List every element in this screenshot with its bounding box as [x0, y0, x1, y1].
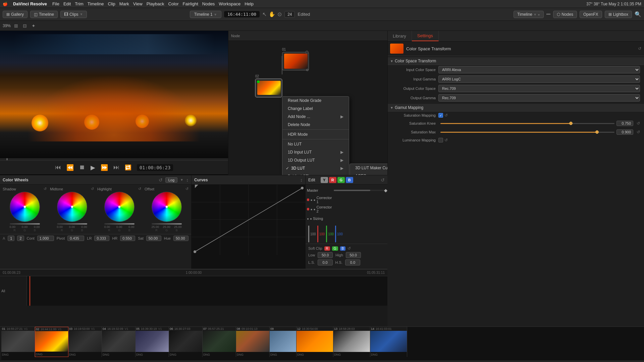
gm-section-header[interactable]: ▼ Gamut Mapping: [387, 104, 644, 112]
edit-reset-icon[interactable]: ↺: [381, 177, 385, 183]
ch-slider-g[interactable]: [326, 226, 327, 242]
curves-expand-icon[interactable]: ↕: [300, 177, 303, 183]
midtone-reset-icon[interactable]: ↺: [91, 187, 94, 191]
prev-frame-icon[interactable]: ⏪: [66, 164, 74, 171]
ctx-1d-output-lut[interactable]: 1D Output LUT▶: [282, 156, 349, 164]
openfx-button[interactable]: OpenFX: [580, 11, 602, 18]
ls-value[interactable]: 0.0: [318, 259, 333, 265]
saturation-max-thumb[interactable]: [595, 130, 599, 134]
menu-nodes[interactable]: Nodes: [202, 1, 215, 6]
clip-05[interactable]: 05 16:39:30:19 V1 DNG: [136, 327, 169, 357]
clip-01[interactable]: 01 16:55:27:21 V1 DNG: [1, 327, 35, 357]
go-end-icon[interactable]: ⏭: [113, 164, 119, 171]
menu-edit[interactable]: Edit: [63, 1, 71, 6]
luminance-mapping-checkbox[interactable]: [438, 138, 443, 142]
highlight-reset-icon[interactable]: ↺: [138, 187, 141, 191]
saturation-max-slider[interactable]: [440, 132, 614, 133]
clip-04[interactable]: 04 16:19:32:09 V1 DNG: [102, 327, 136, 357]
low-value[interactable]: 50.0: [318, 252, 333, 258]
panel-node-reset-icon[interactable]: ↺: [638, 46, 641, 51]
timeline-name-label[interactable]: Timeline 1 ▼: [190, 11, 221, 18]
wheels-expand-icon[interactable]: ↕: [186, 177, 189, 183]
menu-view[interactable]: View: [133, 1, 143, 6]
offset-reset-icon[interactable]: ↺: [185, 187, 189, 191]
tab-settings[interactable]: Settings: [412, 31, 439, 41]
ctx-add-node[interactable]: Add Node ...▶: [282, 113, 349, 121]
menu-workspace[interactable]: Workspace: [219, 1, 240, 6]
hr-value[interactable]: 0.550: [120, 236, 135, 241]
menu-clip[interactable]: Clip: [108, 1, 115, 6]
hand-tool-icon[interactable]: ✋: [269, 11, 275, 17]
master-track-bar[interactable]: [334, 190, 386, 191]
next-frame-icon[interactable]: ⏩: [101, 164, 108, 171]
hue-value[interactable]: 50.00: [173, 236, 189, 241]
midtone-bar[interactable]: [57, 223, 87, 225]
sat-value[interactable]: 50.00: [146, 236, 161, 241]
go-start-icon[interactable]: ⏮: [55, 164, 61, 171]
clip-09[interactable]: 09 DNG: [270, 327, 297, 357]
offset-color-wheel[interactable]: [152, 192, 182, 222]
search-icon[interactable]: 🔍: [635, 11, 641, 17]
shadow-bar[interactable]: [10, 223, 40, 225]
output-gamma-select[interactable]: Rec.709: [438, 94, 640, 102]
grid-icon[interactable]: ⊟: [21, 22, 28, 29]
clip-13[interactable]: 13 18:58:28:03 DNG: [333, 327, 370, 357]
saturation-knee-thumb[interactable]: [569, 122, 573, 125]
timeline-button[interactable]: ◫ Timeline: [30, 11, 58, 18]
shadow-reset-icon[interactable]: ↺: [44, 187, 47, 191]
soft-clip-r-btn[interactable]: R: [324, 246, 330, 251]
saturation-knee-reset-icon[interactable]: ↺: [637, 121, 640, 126]
soft-clip-g-btn[interactable]: G: [332, 246, 338, 251]
lut-3dlut-maker[interactable]: 3D LUT Maker Custom Convert▶: [350, 164, 387, 172]
menu-color[interactable]: Color: [168, 1, 178, 6]
clip-07[interactable]: 07 05:57:25:21 DNG: [203, 327, 236, 357]
saturation-knee-slider[interactable]: [440, 123, 614, 124]
ctx-change-label[interactable]: Change Label: [282, 105, 349, 113]
ctx-davinci-ctl[interactable]: DaVinci CTL▶: [282, 172, 349, 175]
highlight-color-wheel[interactable]: [104, 192, 135, 222]
menu-timeline[interactable]: Timeline: [88, 1, 104, 6]
hs-value[interactable]: 0.0: [345, 259, 360, 265]
input-color-space-select[interactable]: ARRI Alexa: [438, 66, 640, 73]
lightbox-button[interactable]: ⊞ Lightbox: [605, 11, 632, 18]
menu-trim[interactable]: Trim: [75, 1, 84, 6]
menu-playback[interactable]: Playback: [147, 1, 164, 6]
play-icon[interactable]: ▶: [91, 164, 95, 171]
saturation-mapping-checkbox[interactable]: ✓: [438, 113, 443, 118]
preset-btn-1[interactable]: 1: [8, 236, 14, 241]
lr-value[interactable]: 0.333: [94, 236, 109, 241]
ctx-no-lut[interactable]: No LUT: [282, 140, 349, 148]
preset-btn-2[interactable]: 2: [17, 236, 24, 241]
highlight-bar[interactable]: [104, 223, 135, 225]
menu-mark[interactable]: Mark: [119, 1, 129, 6]
cst-section-header[interactable]: ▼ Color Space Transform: [387, 57, 644, 65]
node-02[interactable]: 02: [255, 74, 282, 97]
lut-aces[interactable]: ACES▶: [350, 172, 387, 175]
stop-icon[interactable]: ⏹: [79, 164, 85, 171]
ch-slider-r[interactable]: [317, 226, 318, 242]
input-gamma-select[interactable]: ARRI LogC: [438, 75, 640, 83]
ctx-3d-lut[interactable]: 3D LUT▶: [282, 164, 349, 172]
high-value[interactable]: 50.0: [346, 252, 361, 258]
channel-r-btn[interactable]: R: [329, 177, 336, 183]
timeline-dropdown[interactable]: Timeline ▼ ●: [514, 11, 544, 18]
ctx-delete-node[interactable]: Delete Node: [282, 121, 349, 129]
luminance-mapping-reset-icon[interactable]: ↺: [444, 138, 448, 142]
saturation-max-reset-icon[interactable]: ↺: [637, 130, 640, 134]
clip-02[interactable]: 02 16:44:11:00 V1 DNG: [35, 327, 68, 357]
clip-06[interactable]: 06 16:30:27:03 DNG: [169, 327, 203, 357]
ctx-1d-input-lut[interactable]: 1D Input LUT▶: [282, 148, 349, 156]
clip-14[interactable]: 14 16:41:03:01 DNG: [370, 327, 407, 357]
curves-canvas[interactable]: [192, 185, 305, 269]
pivot-value[interactable]: 0.435: [67, 236, 84, 241]
menu-file[interactable]: File: [52, 1, 59, 6]
ch-slider-1[interactable]: [308, 226, 309, 242]
clip-12[interactable]: 12 16:30:54:00 DNG: [297, 327, 333, 357]
log-button[interactable]: Log: [165, 177, 177, 183]
channel-y-btn[interactable]: Y: [321, 177, 328, 183]
offset-bar[interactable]: [152, 223, 182, 225]
highlight-icon[interactable]: ✦: [30, 22, 37, 29]
channel-g-btn[interactable]: G: [337, 177, 345, 183]
channel-b-btn[interactable]: B: [346, 177, 353, 183]
clip-03[interactable]: 03 16:19:53:00 V1 DNG: [68, 327, 102, 357]
